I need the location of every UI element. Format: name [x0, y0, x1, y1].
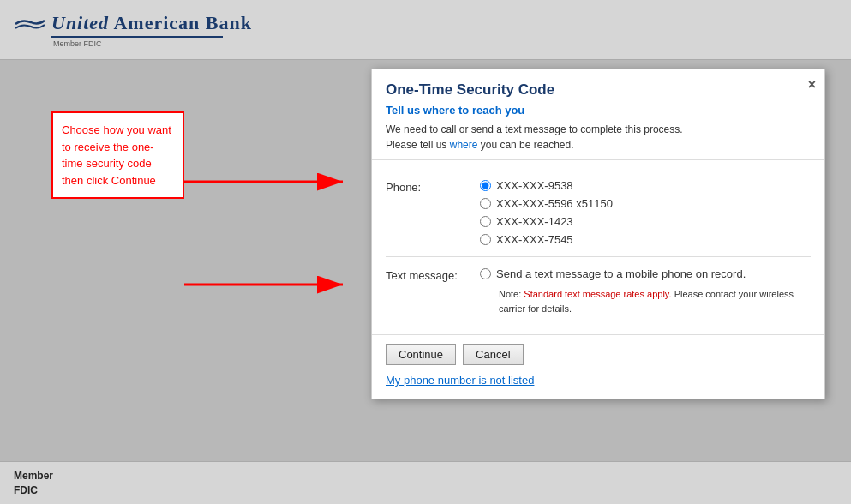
page-header: United American Bank Member FDIC	[0, 0, 851, 60]
text-message-radio[interactable]	[480, 268, 491, 279]
text-message-label: Text message:	[386, 267, 480, 282]
text-message-form-row: Text message: Send a text message to a m…	[386, 261, 811, 322]
button-row: Continue Cancel	[386, 344, 811, 365]
modal-footer: Continue Cancel My phone number is not l…	[372, 335, 824, 399]
arrow-phone	[184, 170, 351, 196]
phone-options: XXX-XXX-9538 XXX-XXX-5596 x51150 XXX-XXX…	[480, 179, 811, 246]
phone-option-5596[interactable]: XXX-XXX-5596 x51150	[480, 197, 811, 210]
note-rates: Standard text message rates apply.	[524, 289, 671, 299]
modal-desc-line3: you can be reached.	[477, 139, 573, 151]
phone-option-5596-label: XXX-XXX-5596 x51150	[496, 197, 613, 210]
member-fdic-header: Member FDIC	[53, 39, 252, 48]
text-options: Send a text message to a mobile phone on…	[480, 267, 811, 315]
text-arrow-icon	[184, 273, 351, 297]
modal-desc-line1: We need to call or send a text message t…	[386, 123, 683, 135]
phone-radio-9538[interactable]	[480, 180, 491, 191]
phone-radio-7545[interactable]	[480, 234, 491, 245]
modal-subtitle: Tell us where to reach you	[386, 104, 811, 117]
arrow-text-message	[184, 273, 351, 299]
phone-form-row: Phone: XXX-XXX-9538 XXX-XXX-5596 x51150 …	[386, 172, 811, 253]
bank-logo: United American Bank Member FDIC	[14, 13, 837, 47]
modal-title: One-Time Security Code	[386, 81, 811, 99]
modal-body: Phone: XXX-XXX-9538 XXX-XXX-5596 x51150 …	[372, 160, 824, 334]
main-area: Choose how you want to receive the one-t…	[0, 60, 851, 461]
phone-label: Phone:	[386, 179, 480, 194]
modal-header: One-Time Security Code × Tell us where t…	[372, 69, 824, 159]
note-prefix: Note:	[499, 289, 524, 299]
text-message-option-label: Send a text message to a mobile phone on…	[496, 267, 746, 280]
phone-radio-1423[interactable]	[480, 216, 491, 227]
bank-logo-icon	[14, 17, 46, 45]
modal-desc-highlight: where	[450, 139, 478, 151]
text-message-note: Note: Standard text message rates apply.…	[499, 287, 811, 315]
modal-description: We need to call or send a text message t…	[386, 122, 811, 153]
phone-radio-5596[interactable]	[480, 198, 491, 209]
phone-option-7545-label: XXX-XXX-7545	[496, 233, 573, 246]
annotation-box: Choose how you want to receive the one-t…	[51, 111, 184, 199]
bank-name: United American Bank	[51, 13, 252, 33]
cancel-button[interactable]: Cancel	[463, 344, 523, 365]
annotation-text: Choose how you want to receive the one-t…	[62, 123, 171, 187]
phone-option-9538-label: XXX-XXX-9538	[496, 179, 573, 192]
phone-not-listed-link[interactable]: My phone number is not listed	[386, 374, 534, 387]
modal-desc-line2: Please tell us	[386, 139, 450, 151]
modal-dialog: One-Time Security Code × Tell us where t…	[371, 69, 825, 399]
text-message-option[interactable]: Send a text message to a mobile phone on…	[480, 267, 811, 280]
footer-line2: FDIC	[14, 483, 837, 498]
section-divider	[386, 256, 811, 257]
footer-line1: Member	[14, 469, 837, 483]
page-footer: Member FDIC	[0, 461, 851, 504]
phone-option-7545[interactable]: XXX-XXX-7545	[480, 233, 811, 246]
modal-close-button[interactable]: ×	[808, 78, 816, 92]
phone-option-9538[interactable]: XXX-XXX-9538	[480, 179, 811, 192]
phone-option-1423-label: XXX-XXX-1423	[496, 215, 573, 228]
phone-option-1423[interactable]: XXX-XXX-1423	[480, 215, 811, 228]
phone-arrow-icon	[184, 170, 351, 194]
continue-button[interactable]: Continue	[386, 344, 456, 365]
